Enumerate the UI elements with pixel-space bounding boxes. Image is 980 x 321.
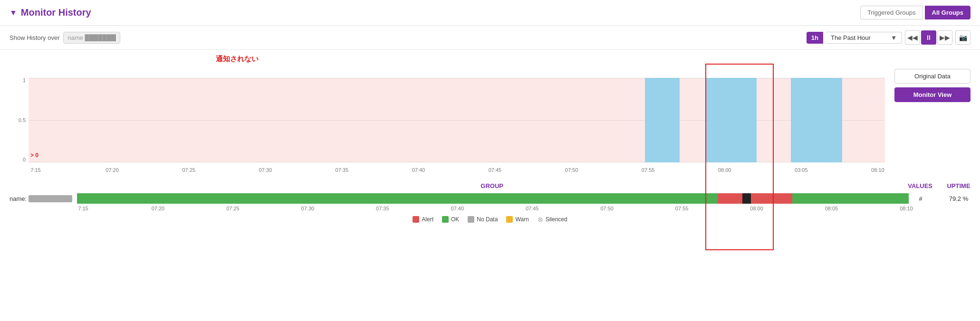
time-range-label: The Past Hour xyxy=(831,34,871,41)
row-values-val: # xyxy=(909,195,932,202)
grid-line-top xyxy=(29,78,885,78)
gx-720: 07:20 xyxy=(151,206,165,211)
right-panel: Original Data Monitor View xyxy=(894,55,970,173)
group-row: name: ██████████ # 79.2 % xyxy=(10,193,970,204)
x-label-720: 07:20 xyxy=(105,167,119,173)
header-right: Triggered Groups All Groups xyxy=(860,6,970,19)
group-header-row: GROUP VALUES UPTIME xyxy=(10,182,970,189)
timeline-alert-2 xyxy=(751,193,792,204)
chart-container: 1 0.5 0 > 0 xyxy=(10,78,885,173)
x-label-750: 07:50 xyxy=(565,167,579,173)
x-label-745: 07:45 xyxy=(488,167,502,173)
uptime-col-header: UPTIME xyxy=(947,182,970,189)
y-label-05: 0.5 xyxy=(19,118,26,123)
timeline-ok-3 xyxy=(850,193,908,204)
chart-bar-1 xyxy=(645,78,679,162)
page-title: Monitor History xyxy=(21,7,91,18)
dropdown-arrow-icon: ▼ xyxy=(891,34,897,41)
nav-controls: ◀◀ ⏸ ▶▶ xyxy=(905,30,952,45)
timeline-line xyxy=(742,193,750,204)
time-badge: 1h xyxy=(807,32,823,44)
alert-label: Alert xyxy=(422,216,433,223)
threshold-label: > 0 xyxy=(30,152,38,159)
x-label-730: 07:30 xyxy=(258,167,272,173)
gx-725: 07:25 xyxy=(226,206,240,211)
gx-730: 07:30 xyxy=(300,206,315,211)
nav-forward-button[interactable]: ▶▶ xyxy=(937,30,952,45)
x-label-810: 08:10 xyxy=(871,167,885,173)
y-label-1: 1 xyxy=(23,78,26,83)
group-section: GROUP VALUES UPTIME name: ██████████ xyxy=(0,178,980,230)
y-axis: 1 0.5 0 xyxy=(10,78,29,162)
values-uptime-headers: VALUES UPTIME xyxy=(908,182,970,189)
grid-line-bottom xyxy=(29,162,885,162)
group-x-axis: 7:15 07:20 07:25 07:30 07:35 07:40 07:45… xyxy=(76,206,913,211)
chart-area: 通知されない 1 0.5 0 > 0 xyxy=(10,55,885,173)
row-name-blur: ██████████ xyxy=(29,195,72,202)
original-data-button[interactable]: Original Data xyxy=(894,69,970,84)
silenced-label: Silenced xyxy=(546,216,567,223)
ok-label: OK xyxy=(451,216,459,223)
chart-bar-2 xyxy=(705,78,757,162)
alert-dot-icon xyxy=(413,216,419,223)
chart-bar-3 xyxy=(791,78,842,162)
group-col-header: GROUP xyxy=(480,182,503,189)
x-axis: 7:15 07:20 07:25 07:30 07:35 07:40 07:45… xyxy=(29,167,885,173)
group-row-label: name: ██████████ xyxy=(10,195,77,202)
collapse-arrow-icon[interactable]: ▼ xyxy=(10,9,17,17)
nodata-dot-icon xyxy=(468,216,474,223)
toolbar-right: 1h The Past Hour ▼ ◀◀ ⏸ ▶▶ 📷 xyxy=(807,30,970,45)
legend-warn: Warn xyxy=(506,216,528,223)
gx-755: 07:55 xyxy=(675,206,689,211)
triggered-groups-button[interactable]: Triggered Groups xyxy=(860,6,922,19)
row-uptime-val: 79.2 % xyxy=(947,195,970,202)
history-name-input[interactable] xyxy=(63,32,120,44)
x-label-725: 07:25 xyxy=(182,167,196,173)
y-label-0: 0 xyxy=(23,157,26,162)
gx-740: 07:40 xyxy=(450,206,464,211)
timeline-alert-1 xyxy=(718,193,742,204)
gx-750: 07:50 xyxy=(600,206,614,211)
x-label-715: 7:15 xyxy=(29,167,43,173)
x-label-805: 03:05 xyxy=(794,167,808,173)
screenshot-button[interactable]: 📷 xyxy=(955,30,970,45)
show-history-label: Show History over xyxy=(10,34,59,41)
gx-810: 08:10 xyxy=(899,206,913,211)
nodata-label: No Data xyxy=(477,216,498,223)
legend: Alert OK No Data Warn ⊗ Silenced xyxy=(10,211,970,226)
timeline-ok-1 xyxy=(77,193,717,204)
annotation-label: 通知されない xyxy=(0,55,447,64)
legend-silenced: ⊗ Silenced xyxy=(538,216,567,223)
ok-dot-icon xyxy=(442,216,449,223)
row-values: # 79.2 % xyxy=(909,195,970,202)
main-content: 通知されない 1 0.5 0 > 0 xyxy=(0,50,980,178)
warn-label: Warn xyxy=(515,216,528,223)
time-range-dropdown[interactable]: The Past Hour ▼ xyxy=(826,32,902,44)
header: ▼ Monitor History Triggered Groups All G… xyxy=(0,0,980,26)
header-left: ▼ Monitor History xyxy=(10,7,91,18)
values-col-header: VALUES xyxy=(908,182,932,189)
group-label: GROUP xyxy=(76,182,908,189)
nav-pause-button[interactable]: ⏸ xyxy=(921,30,936,45)
gx-735: 07:35 xyxy=(375,206,390,211)
legend-alert: Alert xyxy=(413,216,433,223)
warn-dot-icon xyxy=(506,216,513,223)
legend-ok: OK xyxy=(442,216,459,223)
monitor-view-button[interactable]: Monitor View xyxy=(894,87,970,102)
toolbar: Show History over 1h The Past Hour ▼ ◀◀ … xyxy=(0,26,980,50)
legend-nodata: No Data xyxy=(468,216,498,223)
x-label-735: 07:35 xyxy=(335,167,349,173)
toolbar-left: Show History over xyxy=(10,32,120,44)
x-label-755: 07:55 xyxy=(641,167,655,173)
nav-back-button[interactable]: ◀◀ xyxy=(905,30,920,45)
all-groups-button[interactable]: All Groups xyxy=(925,6,970,19)
x-label-800: 08:00 xyxy=(718,167,732,173)
gx-805: 08:05 xyxy=(825,206,839,211)
timeline-ok-2 xyxy=(792,193,850,204)
timeline-bar-container xyxy=(77,193,909,204)
x-label-740: 07:40 xyxy=(411,167,425,173)
grid-line-mid xyxy=(29,120,885,121)
silenced-icon: ⊗ xyxy=(538,216,543,223)
gx-745: 07:45 xyxy=(525,206,539,211)
gx-715: 7:15 xyxy=(76,206,90,211)
